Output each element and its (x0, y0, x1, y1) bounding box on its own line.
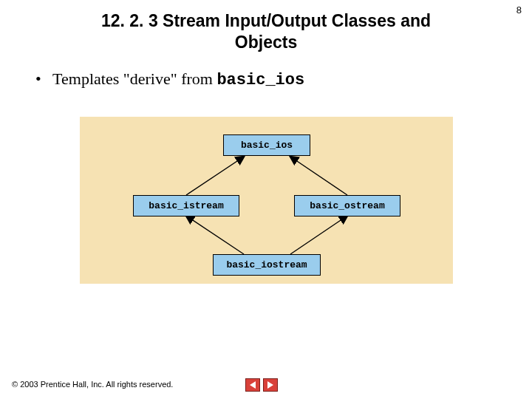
bullet-code: basic_ios (216, 71, 304, 89)
bullet-dot: • (35, 69, 49, 89)
page-number: 8 (516, 4, 522, 16)
title-line-1: 12. 2. 3 Stream Input/Output Classes and (101, 11, 431, 30)
copyright-text: 2003 Prentice Hall, Inc. All rights rese… (18, 380, 173, 389)
inheritance-diagram: basic_ios basic_istream basic_ostream ba… (80, 117, 453, 284)
node-basic-ostream: basic_ostream (294, 195, 400, 216)
page-title: 12. 2. 3 Stream Input/Output Classes and… (0, 10, 532, 53)
svg-line-0 (186, 157, 244, 195)
prev-slide-button[interactable] (245, 378, 260, 392)
node-basic-istream: basic_istream (133, 195, 239, 216)
bullet-text: Templates "derive" from (52, 69, 216, 88)
arrow-right-icon (266, 381, 275, 389)
title-line-2: Objects (235, 33, 297, 52)
node-basic-ios: basic_ios (223, 134, 310, 156)
bullet-item: • Templates "derive" from basic_ios (35, 69, 532, 89)
svg-line-2 (186, 216, 244, 254)
slide-nav (245, 378, 278, 392)
node-basic-iostream: basic_iostream (213, 254, 321, 276)
footer-copyright: © 2003 Prentice Hall, Inc. All rights re… (12, 380, 173, 389)
next-slide-button[interactable] (263, 378, 278, 392)
svg-line-1 (290, 157, 347, 195)
copyright-symbol: © (12, 380, 18, 389)
svg-line-3 (290, 216, 347, 254)
arrow-left-icon (248, 381, 257, 389)
